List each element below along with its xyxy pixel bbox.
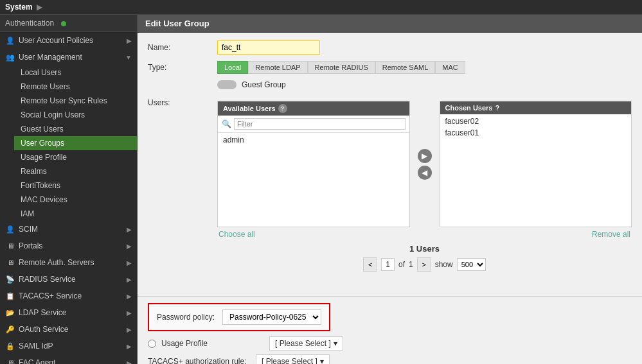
transfer-left-button[interactable]: ◀	[418, 166, 432, 180]
tacacs-row: TACACS+ authorization rule: [ Please Sel…	[148, 354, 632, 364]
name-label: Name:	[148, 43, 212, 52]
user-management-icon: 👥	[5, 52, 15, 62]
password-policy-label: Password policy:	[157, 313, 215, 322]
sidebar-item-fac-agent[interactable]: 🖥 FAC Agent ▶	[0, 354, 137, 364]
sidebar-item-portals[interactable]: 🖥 Portals ▶	[0, 238, 137, 254]
type-remote-saml-button[interactable]: Remote SAML	[375, 61, 436, 74]
usage-profile-placeholder: [ Please Select ]	[275, 339, 331, 348]
chosen-users-header: Chosen Users ?	[440, 101, 632, 114]
type-remote-ldap-button[interactable]: Remote LDAP	[248, 61, 307, 74]
usage-profile-label: Usage Profile	[161, 339, 264, 348]
filter-input[interactable]	[234, 118, 406, 130]
usage-profile-select[interactable]: [ Please Select ] ▾	[269, 336, 343, 351]
type-local-button[interactable]: Local	[217, 61, 248, 74]
sidebar-item-tacacs-service[interactable]: 📋 TACACS+ Service ▶	[0, 288, 137, 304]
sidebar-item-fortitokens[interactable]: FortiTokens	[14, 178, 137, 193]
sidebar-item-remote-user-sync-rules[interactable]: Remote User Sync Rules	[14, 94, 137, 108]
sidebar-label-user-management: User Management	[19, 53, 82, 62]
oauth-arrow: ▶	[127, 326, 132, 333]
saml-arrow: ▶	[127, 343, 132, 350]
radius-icon: 📡	[5, 274, 15, 284]
available-users-list: admin	[218, 133, 409, 223]
user-account-policies-arrow: ▶	[127, 37, 132, 44]
choose-all-link[interactable]: Choose all	[218, 230, 255, 239]
sidebar-item-ldap-service[interactable]: 📂 LDAP Service ▶	[0, 304, 137, 321]
remote-auth-arrow: ▶	[127, 259, 132, 266]
available-users-title: Available Users	[223, 105, 276, 112]
available-user-admin[interactable]: admin	[218, 134, 409, 146]
sidebar-item-radius-service[interactable]: 📡 RADIUS Service ▶	[0, 271, 137, 288]
sidebar-item-usage-profile[interactable]: Usage Profile	[14, 150, 137, 164]
remote-auth-icon: 🖥	[5, 257, 15, 268]
usage-profile-radio[interactable]	[148, 340, 156, 348]
sidebar: Authentication 👤 User Account Policies ▶…	[0, 15, 138, 364]
chosen-users-list: facuser02 facuser01	[440, 114, 632, 227]
next-page-button[interactable]: >	[417, 257, 431, 272]
sidebar-item-user-groups[interactable]: User Groups	[14, 136, 137, 150]
fortitokens-label: FortiTokens	[21, 181, 60, 190]
guest-users-label: Guest Users	[21, 125, 64, 134]
sidebar-item-social-login-users[interactable]: Social Login Users	[14, 108, 137, 122]
transfer-right-button[interactable]: ▶	[418, 149, 432, 163]
sidebar-item-oauth-service[interactable]: 🔑 OAuth Service ▶	[0, 321, 137, 338]
sidebar-item-saml-idp[interactable]: 🔒 SAML IdP ▶	[0, 338, 137, 354]
scim-icon: 👤	[5, 224, 15, 234]
fac-agent-label: FAC Agent	[19, 358, 55, 364]
type-mac-button[interactable]: MAC	[435, 61, 465, 74]
remote-user-sync-rules-label: Remote User Sync Rules	[21, 96, 107, 105]
usage-profile-row: Usage Profile [ Please Select ] ▾	[148, 336, 632, 351]
guest-group-label: Guest Group	[242, 80, 286, 89]
tacacs-arrow: ▶	[127, 293, 132, 300]
tacacs-select[interactable]: [ Please Select ] ▾	[256, 354, 330, 364]
user-management-arrow: ▼	[125, 54, 132, 61]
type-remote-radius-button[interactable]: Remote RADIUS	[308, 61, 375, 74]
sidebar-item-iam[interactable]: IAM	[14, 207, 137, 221]
sidebar-item-remote-auth-servers[interactable]: 🖥 Remote Auth. Servers ▶	[0, 254, 137, 271]
top-arrow-icon: ▶	[37, 3, 42, 12]
system-label[interactable]: System	[5, 3, 33, 12]
password-policy-select[interactable]: Password-Policy-0625 None	[222, 309, 321, 325]
mac-devices-label: MAC Devices	[21, 195, 67, 204]
available-users-box: Available Users ? 🔍 admin	[217, 101, 410, 227]
choose-remove-row: Choose all Remove all	[217, 230, 632, 239]
content-header: Edit User Group	[138, 15, 642, 33]
transfer-buttons: ▶ ◀	[415, 101, 434, 227]
chosen-users-title: Chosen Users	[445, 104, 493, 112]
sidebar-item-realms[interactable]: Realms	[14, 164, 137, 178]
local-users-label: Local Users	[21, 68, 61, 77]
available-users-help-icon[interactable]: ?	[278, 104, 287, 113]
sidebar-item-local-users[interactable]: Local Users	[14, 65, 137, 80]
chosen-user-facuser02[interactable]: facuser02	[440, 116, 632, 127]
sidebar-item-user-management[interactable]: 👥 User Management ▼	[0, 49, 137, 65]
chosen-users-help-icon[interactable]: ?	[495, 104, 499, 112]
sidebar-item-remote-users[interactable]: Remote Users	[14, 80, 137, 94]
oauth-label: OAuth Service	[19, 325, 68, 334]
sidebar-item-user-account-policies[interactable]: 👤 User Account Policies ▶	[0, 32, 137, 49]
chosen-users-box: Chosen Users ? facuser02 facuser01	[440, 101, 632, 227]
guest-group-toggle[interactable]	[217, 80, 236, 89]
user-filter-row: 🔍	[218, 116, 409, 133]
radius-arrow: ▶	[127, 276, 132, 283]
name-input[interactable]	[217, 40, 320, 55]
sidebar-item-scim[interactable]: 👤 SCIM ▶	[0, 221, 137, 238]
ldap-icon: 📂	[5, 308, 15, 318]
remote-users-label: Remote Users	[21, 82, 70, 91]
ldap-label: LDAP Service	[19, 308, 66, 317]
social-login-users-label: Social Login Users	[21, 110, 85, 119]
tacacs-label: TACACS+ authorization rule:	[148, 357, 251, 364]
portals-label: Portals	[19, 241, 42, 250]
remove-all-link[interactable]: Remove all	[592, 230, 630, 239]
fac-agent-arrow: ▶	[127, 360, 132, 365]
password-policy-section: Password policy: Password-Policy-0625 No…	[148, 303, 330, 331]
page-of-label: of	[398, 260, 405, 269]
page-size-select[interactable]: 500 100 200	[457, 258, 486, 271]
chosen-user-facuser01[interactable]: facuser01	[440, 127, 632, 139]
total-pages: 1	[409, 260, 413, 269]
portals-icon: 🖥	[5, 241, 15, 251]
sidebar-item-mac-devices[interactable]: MAC Devices	[14, 193, 137, 207]
sidebar-label-user-account-policies: User Account Policies	[19, 36, 93, 45]
sidebar-item-guest-users[interactable]: Guest Users	[14, 122, 137, 136]
prev-page-button[interactable]: <	[363, 257, 377, 272]
type-label: Type:	[148, 63, 212, 72]
realms-label: Realms	[21, 167, 47, 176]
